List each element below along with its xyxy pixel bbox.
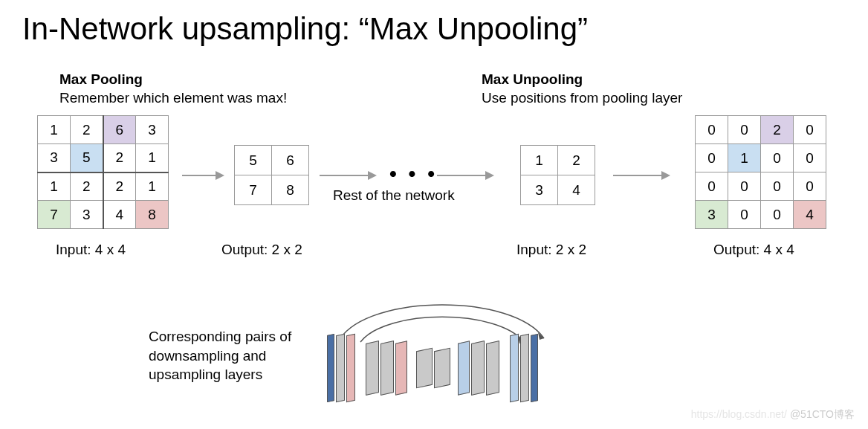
maxpool-input-grid: 1 2 6 3 3 5 2 1 1 2 2 1 7 3 4 8 [37, 115, 169, 229]
cell: 2 [71, 172, 103, 201]
rest-of-network-label: Rest of the network [333, 187, 455, 204]
cell: 7 [235, 175, 272, 205]
maxpool-sub: Remember which element was max! [59, 90, 287, 106]
watermark-text: @51CTO博客 [790, 408, 855, 420]
maxpool-output-grid: 5 6 7 8 [234, 145, 309, 205]
output2x2-caption: Output: 2 x 2 [221, 242, 302, 258]
cell: 0 [696, 172, 728, 201]
cell: 1 [136, 144, 169, 172]
cell: 3 [71, 201, 103, 229]
page-title: In-Network upsampling: “Max Unpooling” [22, 11, 588, 47]
cell: 0 [728, 172, 761, 201]
cell-out-purple: 2 [761, 116, 794, 144]
cell-max-purple: 6 [103, 116, 136, 144]
maxpool-heading-bold: Max Pooling [59, 71, 143, 87]
arrow-icon [437, 175, 493, 176]
cell: 5 [235, 146, 272, 175]
watermark-faint: https://blog.csdn.net/ [691, 408, 787, 420]
cell-out-pink: 4 [794, 201, 826, 229]
cell: 3 [38, 144, 71, 172]
slab-gray [471, 341, 485, 396]
cell: 0 [794, 172, 826, 201]
slab-gray [520, 334, 529, 403]
cell: 4 [103, 201, 136, 229]
slab-blue [458, 341, 470, 395]
cell: 0 [696, 116, 728, 144]
slab-back-db [531, 334, 538, 402]
unpool-output-grid: 0 0 2 0 0 1 0 0 0 0 0 0 3 0 0 4 [695, 115, 826, 229]
cell-max-green: 7 [38, 201, 71, 229]
cell: 2 [71, 116, 103, 144]
cell: 0 [728, 116, 761, 144]
arrow-icon [182, 175, 223, 176]
cell: 0 [794, 144, 826, 172]
network-diagram [320, 320, 565, 409]
cell-max-pink: 8 [136, 201, 169, 229]
unpool-input-grid: 1 2 3 4 [520, 145, 595, 205]
slab-gray [434, 348, 450, 389]
slab-blue [510, 334, 519, 403]
unpool-heading-bold: Max Unpooling [482, 71, 583, 87]
corresponding-pairs-label: Corresponding pairs of downsampling and … [149, 327, 312, 384]
cell: 6 [272, 146, 309, 175]
slab-gray [416, 348, 433, 389]
arrow-icon [613, 175, 669, 176]
cell: 1 [136, 172, 169, 201]
cell: 8 [272, 175, 309, 205]
cell: 0 [761, 144, 794, 172]
slab-gray [486, 341, 499, 396]
cell: 0 [761, 201, 794, 229]
cell: 3 [136, 116, 169, 144]
cell: 2 [558, 146, 595, 175]
cell: 1 [38, 172, 71, 201]
cell: 0 [728, 201, 761, 229]
slab-gray [380, 341, 394, 396]
cell: 2 [103, 172, 136, 201]
cell: 1 [521, 146, 558, 175]
cell-max-blue: 5 [71, 144, 103, 172]
unpool-input-caption: Input: 2 x 2 [516, 242, 586, 258]
slab-gray [336, 334, 345, 403]
slab-rose [395, 341, 407, 395]
cell-out-blue: 1 [728, 144, 761, 172]
slab-front-db [327, 334, 334, 402]
unpool-sub: Use positions from pooling layer [482, 90, 682, 106]
arrow-icon [320, 175, 375, 176]
maxpool-caption: Input: 4 x 4 [56, 242, 126, 258]
cell: 2 [103, 144, 136, 172]
cell: 0 [761, 172, 794, 201]
maxpool-heading: Max Pooling Remember which element was m… [59, 71, 287, 107]
ellipsis-icon: • • • [389, 162, 438, 186]
cell-out-green: 3 [696, 201, 728, 229]
cell: 3 [521, 175, 558, 205]
slab-rose [346, 334, 355, 403]
slab-gray [366, 341, 379, 396]
cell: 1 [38, 116, 71, 144]
unpool-heading: Max Unpooling Use positions from pooling… [482, 71, 682, 107]
cell: 0 [794, 116, 826, 144]
svg-marker-0 [538, 332, 544, 340]
cell: 0 [696, 144, 728, 172]
watermark: https://blog.csdn.net/@51CTO博客 [691, 408, 855, 422]
unpool-output-caption: Output: 4 x 4 [713, 242, 794, 258]
cell: 4 [558, 175, 595, 205]
